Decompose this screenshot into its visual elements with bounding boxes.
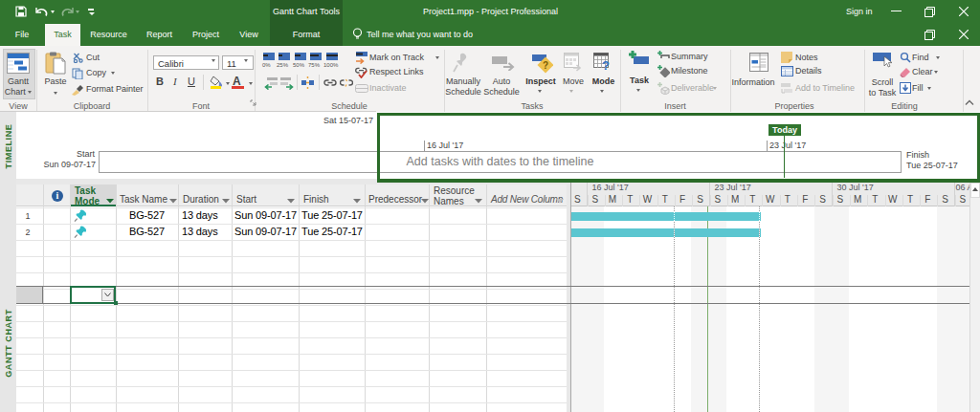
svg-text:?: ? <box>543 60 548 71</box>
svg-text:?: ? <box>602 58 610 72</box>
